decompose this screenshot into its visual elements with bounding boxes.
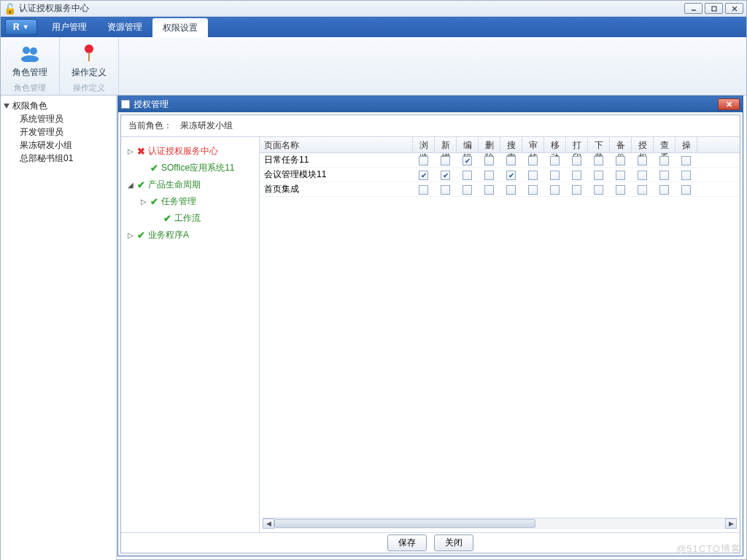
expand-icon: ▷ [140, 198, 147, 206]
checkbox[interactable] [419, 156, 428, 166]
checkbox[interactable] [616, 156, 625, 166]
checkbox[interactable] [594, 156, 603, 166]
tree-item-label: 认证授权服务中心 [148, 145, 218, 158]
checkbox[interactable] [550, 171, 560, 180]
permission-cell [544, 184, 566, 194]
checkbox[interactable] [484, 156, 494, 166]
checkbox[interactable] [506, 156, 516, 166]
scroll-thumb[interactable] [274, 519, 535, 528]
checkbox[interactable] [638, 171, 647, 180]
permission-cell [654, 169, 676, 179]
dialog-body: 当前角色： 果冻研发小组 ▷✖认证授权服务中心✔SOffice应用系统11◢✔产… [120, 114, 740, 553]
column-header[interactable]: 审核 [522, 137, 544, 152]
checkbox[interactable] [441, 156, 450, 166]
operation-def-button[interactable]: 操作定义 [67, 40, 111, 80]
table-row: 日常任务11 [260, 153, 740, 168]
checkbox[interactable] [616, 185, 625, 195]
checkbox[interactable] [462, 156, 472, 166]
dialog-tree-item[interactable]: ▷✔业务程序A [124, 227, 256, 244]
scroll-left-icon[interactable]: ◀ [263, 518, 274, 529]
dialog-tree-item[interactable]: ▷✖认证授权服务中心 [124, 143, 256, 160]
tree-item-secretary[interactable]: 总部秘书组01 [4, 152, 113, 165]
checkbox[interactable] [550, 156, 560, 166]
tab-resource-mgmt[interactable]: 资源管理 [97, 17, 152, 37]
scroll-right-icon[interactable]: ▶ [725, 518, 737, 529]
checkbox[interactable] [528, 185, 538, 195]
close-dialog-button[interactable]: 关闭 [434, 534, 473, 551]
checkbox[interactable] [484, 185, 494, 195]
permission-cell [435, 184, 457, 194]
app-menu-button[interactable]: R ▼ [5, 19, 37, 35]
horizontal-scrollbar[interactable]: ◀ ▶ [263, 518, 737, 529]
checkbox[interactable] [528, 156, 538, 166]
tab-user-mgmt[interactable]: 用户管理 [42, 17, 97, 37]
column-header[interactable]: 授权 [632, 137, 654, 152]
permission-cell [544, 155, 566, 165]
checkbox[interactable] [681, 171, 691, 180]
column-header[interactable]: 操 [676, 137, 697, 152]
checkbox[interactable] [419, 185, 428, 195]
tree-item-label: 任务管理 [161, 195, 196, 208]
table-row: 会议管理模块11 [260, 168, 740, 182]
column-header[interactable]: 页面名称 [260, 137, 413, 152]
check-icon: ✔ [150, 196, 158, 207]
checkbox[interactable] [638, 156, 647, 166]
checkbox[interactable] [572, 156, 581, 166]
column-header[interactable]: 搜索 [500, 137, 522, 152]
column-header[interactable]: 备份 [610, 137, 632, 152]
checkbox[interactable] [506, 185, 516, 195]
expand-icon [4, 104, 9, 109]
checkbox[interactable] [441, 185, 450, 195]
close-button[interactable] [725, 3, 743, 14]
checkbox[interactable] [462, 185, 472, 195]
grid-body: 日常任务11会议管理模块11首页集成 [260, 153, 740, 518]
checkbox[interactable] [528, 171, 538, 180]
tree-item-sysadmin[interactable]: 系统管理员 [4, 112, 113, 125]
permission-cell [654, 155, 676, 165]
dialog-tree-item[interactable]: ▷✔任务管理 [124, 193, 256, 210]
dialog-tree-item[interactable]: ◢✔产品生命周期 [124, 176, 256, 193]
permission-cell [610, 184, 632, 194]
dialog-footer: 保存 关闭 [121, 532, 740, 553]
dialog-tree-item[interactable]: ✔SOffice应用系统11 [124, 160, 256, 176]
checkbox[interactable] [550, 185, 560, 195]
save-button[interactable]: 保存 [387, 534, 427, 551]
checkbox[interactable] [506, 171, 516, 180]
column-header[interactable]: 打印 [566, 137, 588, 152]
checkbox[interactable] [638, 185, 647, 195]
checkbox[interactable] [681, 185, 691, 195]
tree-item-devadmin[interactable]: 开发管理员 [4, 125, 113, 139]
checkbox[interactable] [659, 185, 669, 195]
role-mgmt-button[interactable]: 角色管理 [8, 40, 52, 80]
tree-item-jelly[interactable]: 果冻研发小组 [4, 139, 113, 152]
permission-cell [457, 184, 479, 194]
column-header[interactable]: 移动 [544, 137, 566, 152]
column-header[interactable]: 下载 [588, 137, 610, 152]
maximize-button[interactable] [705, 3, 723, 14]
checkbox[interactable] [441, 171, 450, 180]
permission-cell [500, 155, 522, 165]
column-header[interactable]: 删除 [479, 137, 500, 152]
checkbox[interactable] [572, 185, 581, 195]
checkbox[interactable] [659, 171, 669, 180]
checkbox[interactable] [462, 171, 472, 180]
minimize-button[interactable] [684, 3, 703, 14]
checkbox[interactable] [419, 171, 428, 180]
tree-root[interactable]: 权限角色 [4, 100, 113, 112]
ribbon-group-role: 角色管理 角色管理 [1, 37, 60, 95]
column-header[interactable]: 浏览 [413, 137, 435, 152]
column-header[interactable]: 编辑 [457, 137, 479, 152]
dialog-tree-item[interactable]: ✔工作流 [124, 210, 256, 227]
tab-permission-settings[interactable]: 权限设置 [152, 18, 208, 37]
checkbox[interactable] [484, 171, 494, 180]
checkbox[interactable] [594, 185, 603, 195]
checkbox[interactable] [659, 156, 669, 166]
checkbox[interactable] [616, 171, 625, 180]
column-header[interactable]: 新增 [435, 137, 457, 152]
dialog-close-button[interactable]: ✕ [718, 98, 740, 110]
checkbox[interactable] [681, 156, 691, 166]
column-header[interactable]: 查看 [654, 137, 676, 152]
permission-cell [413, 155, 435, 165]
checkbox[interactable] [572, 171, 581, 180]
checkbox[interactable] [594, 171, 603, 180]
